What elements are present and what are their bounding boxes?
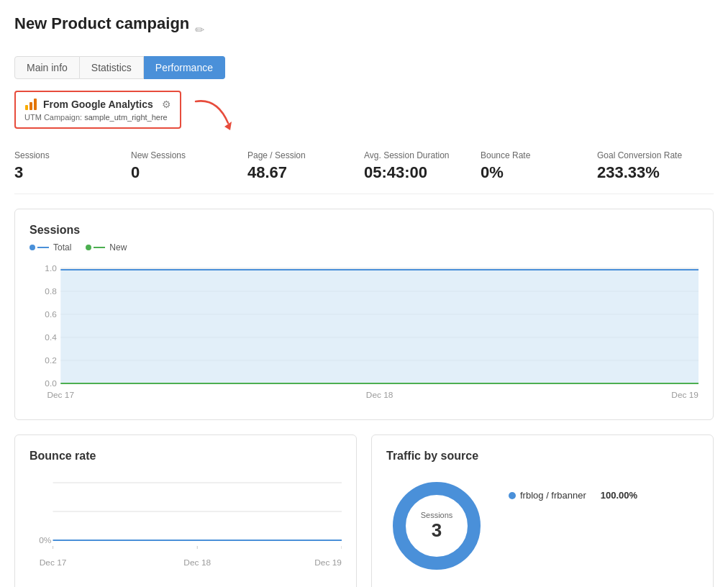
svg-text:1.0: 1.0 xyxy=(45,264,57,273)
tab-bar: Main info Statistics Performance xyxy=(14,56,714,79)
metric-sessions: Sessions 3 xyxy=(14,150,131,182)
bounce-rate-chart-card: Bounce rate 0% Dec 17 Dec 18 Dec 19 xyxy=(14,434,357,587)
donut-center-label: Sessions xyxy=(421,511,453,519)
svg-text:0.0: 0.0 xyxy=(45,379,57,388)
svg-text:0%: 0% xyxy=(39,536,51,545)
metrics-row: Sessions 3 New Sessions 0 Page / Session… xyxy=(14,150,714,194)
tab-performance[interactable]: Performance xyxy=(144,56,225,79)
donut-chart: Sessions 3 xyxy=(386,475,487,576)
metric-new-sessions: New Sessions 0 xyxy=(131,150,247,182)
svg-text:0.6: 0.6 xyxy=(45,310,57,319)
bounce-rate-chart-title: Bounce rate xyxy=(29,450,342,463)
tab-main-info[interactable]: Main info xyxy=(14,56,80,79)
sessions-chart-area: 1.0 0.8 0.6 0.4 0.2 0.0 Dec 17 Dec 18 De… xyxy=(29,261,699,405)
metric-page-session-value: 48.67 xyxy=(247,163,350,182)
traffic-legend: frblog / frbanner 100.00% xyxy=(509,490,637,501)
svg-text:0.8: 0.8 xyxy=(45,287,57,296)
sessions-chart-card: Sessions Total New 1.0 xyxy=(14,209,714,420)
metric-new-sessions-value: 0 xyxy=(131,163,233,182)
metric-bounce-rate-value: 0% xyxy=(481,163,583,182)
donut-center-value: 3 xyxy=(421,519,453,542)
metric-sessions-value: 3 xyxy=(14,163,117,182)
svg-text:Dec 19: Dec 19 xyxy=(671,391,699,399)
utm-campaign-row: UTM Campaign: sample_utm_right_here xyxy=(24,113,171,122)
metric-page-session: Page / Session 48.67 xyxy=(247,150,364,182)
traffic-legend-item: frblog / frbanner xyxy=(509,490,586,501)
page-title-row: New Product campaign ✏ xyxy=(14,14,714,45)
metric-avg-duration-label: Avg. Session Duration xyxy=(364,150,466,160)
traffic-source-dot xyxy=(509,492,516,499)
traffic-source-chart-title: Traffic by source xyxy=(386,450,699,463)
metric-page-session-label: Page / Session xyxy=(247,150,350,160)
svg-text:Dec 18: Dec 18 xyxy=(366,391,393,399)
sessions-chart-title: Sessions xyxy=(29,224,699,237)
analytics-icon xyxy=(24,98,37,111)
page-title: New Product campaign xyxy=(14,14,189,33)
bounce-chart-area: 0% Dec 17 Dec 18 Dec 19 xyxy=(29,468,342,576)
svg-text:Dec 17: Dec 17 xyxy=(47,391,74,399)
metric-goal-conversion: Goal Conversion Rate 233.33% xyxy=(597,150,714,182)
svg-rect-1 xyxy=(29,102,32,110)
metric-goal-conversion-value: 233.33% xyxy=(597,163,699,182)
metric-avg-duration: Avg. Session Duration 05:43:00 xyxy=(364,150,481,182)
sessions-legend: Total New xyxy=(29,242,699,252)
metric-new-sessions-label: New Sessions xyxy=(131,150,233,160)
utm-label: UTM Campaign: xyxy=(24,113,82,122)
svg-text:Dec 19: Dec 19 xyxy=(314,558,342,567)
bottom-charts-row: Bounce rate 0% Dec 17 Dec 18 Dec 19 xyxy=(14,434,714,587)
svg-marker-16 xyxy=(60,270,699,383)
metric-goal-conversion-label: Goal Conversion Rate xyxy=(597,150,699,160)
metric-bounce-rate: Bounce Rate 0% xyxy=(481,150,597,182)
utm-value: sample_utm_right_here xyxy=(84,113,168,122)
analytics-source-box: From Google Analytics ⚙ UTM Campaign: sa… xyxy=(14,91,181,129)
arrow-indicator xyxy=(188,94,239,136)
metric-bounce-rate-label: Bounce Rate xyxy=(481,150,583,160)
legend-new-label: New xyxy=(109,242,127,252)
traffic-source-label: frblog / frbanner xyxy=(520,490,586,501)
svg-text:Dec 18: Dec 18 xyxy=(183,558,211,567)
legend-new: New xyxy=(86,242,127,252)
metric-avg-duration-value: 05:43:00 xyxy=(364,163,466,182)
tab-statistics[interactable]: Statistics xyxy=(80,56,144,79)
settings-icon[interactable]: ⚙ xyxy=(162,99,171,110)
svg-text:Dec 17: Dec 17 xyxy=(40,558,67,567)
svg-text:0.2: 0.2 xyxy=(45,356,57,365)
legend-total-label: Total xyxy=(53,242,71,252)
traffic-chart-content: Sessions 3 frblog / frbanner 100.00% xyxy=(386,468,699,583)
edit-icon[interactable]: ✏ xyxy=(195,23,204,37)
traffic-source-percent: 100.00% xyxy=(601,490,637,501)
svg-rect-0 xyxy=(25,105,28,110)
traffic-source-chart-card: Traffic by source Sessions 3 frblog / fr… xyxy=(371,434,714,587)
metric-sessions-label: Sessions xyxy=(14,150,117,160)
legend-total: Total xyxy=(29,242,71,252)
donut-center: Sessions 3 xyxy=(421,511,453,542)
analytics-source-name: From Google Analytics xyxy=(43,99,153,110)
svg-text:0.4: 0.4 xyxy=(45,333,57,342)
traffic-source-row: frblog / frbanner 100.00% xyxy=(509,490,637,501)
svg-rect-2 xyxy=(34,99,37,110)
